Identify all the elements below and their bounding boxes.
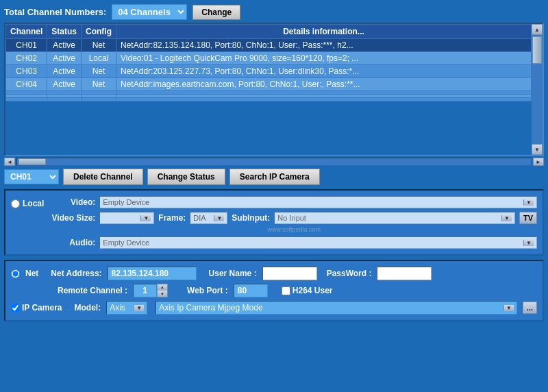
col-header-details: Details information... <box>116 25 532 39</box>
model-details-value: Axis Ip Camera Mjpeg Mode <box>159 303 262 313</box>
local-radio[interactable] <box>11 199 20 208</box>
table-row[interactable] <box>6 98 532 101</box>
ip-camera-label: IP Camera <box>22 303 62 313</box>
local-section: Local Video: Empty Device ▼ Video Size: … <box>4 189 544 256</box>
ip-camera-checkbox[interactable] <box>11 304 20 313</box>
video-size-value <box>103 214 105 222</box>
h264-checkbox[interactable] <box>282 286 290 295</box>
audio-combo[interactable]: Empty Device ▼ <box>99 236 537 249</box>
scroll-h-track[interactable] <box>16 158 532 166</box>
video-combo[interactable]: Empty Device ▼ <box>99 196 537 208</box>
spinner-arrows[interactable]: ▲ ▼ <box>157 284 168 297</box>
net-radio-label[interactable]: Net <box>25 269 38 278</box>
remote-channel-spinner[interactable]: ▲ ▼ <box>133 284 168 297</box>
audio-dropdown-arrow[interactable]: ▼ <box>523 240 534 246</box>
net-address-input[interactable] <box>108 267 197 280</box>
table-row[interactable]: CH02 Active Local Video:01 - Logitech Qu… <box>6 52 532 65</box>
subinput-arrow[interactable]: ▼ <box>501 215 512 221</box>
remote-channel-value[interactable] <box>133 284 157 297</box>
cell-channel: CH01 <box>6 39 47 52</box>
change-status-button[interactable]: Change Status <box>147 169 225 185</box>
model-arrow[interactable]: ▼ <box>134 305 144 311</box>
col-header-config: Config <box>82 25 116 39</box>
table-row[interactable]: CH03 Active Net NetAddr:203.125.227.73, … <box>6 65 532 78</box>
delete-channel-button[interactable]: Delete Channel <box>63 169 143 185</box>
main-container: Total Channel Numbers: 04 Channels Chang… <box>0 0 548 392</box>
net-address-row: Net Net Address: User Name : PassWord : <box>11 267 537 280</box>
web-port-input[interactable] <box>234 284 268 297</box>
video-size-arrow[interactable]: ▼ <box>140 215 151 221</box>
watermark: www.softpedia.com <box>51 226 537 233</box>
dots-button[interactable]: ... <box>523 302 537 314</box>
frame-combo[interactable]: DIA ▼ <box>190 212 227 224</box>
user-name-input[interactable] <box>262 267 317 280</box>
audio-value: Empty Device <box>103 238 149 247</box>
change-button[interactable]: Change <box>192 5 240 20</box>
scroll-h-thumb <box>18 158 46 165</box>
subinput-label: SubInput: <box>232 213 270 223</box>
model-details-arrow[interactable]: ▼ <box>503 305 514 311</box>
cell-config: Net <box>82 78 116 91</box>
ip-camera-row: IP Camera Model: Axis ▼ Axis Ip Camera M… <box>11 301 537 315</box>
subinput-combo[interactable]: No Input ▼ <box>274 212 515 224</box>
video-dropdown-arrow[interactable]: ▼ <box>523 199 534 206</box>
search-ip-camera-button[interactable]: Search IP Camera <box>229 169 320 185</box>
password-input[interactable] <box>377 267 432 280</box>
password-label: PassWord : <box>327 269 372 278</box>
scroll-down-arrow[interactable]: ▼ <box>532 144 543 155</box>
tv-button[interactable]: TV <box>519 212 537 224</box>
scroll-thumb[interactable] <box>532 36 542 64</box>
remote-channel-label: Remote Channel : <box>58 286 127 295</box>
col-header-channel: Channel <box>6 25 47 39</box>
user-name-label: User Name : <box>209 269 257 278</box>
spin-down-arrow[interactable]: ▼ <box>158 291 167 297</box>
cell-channel: CH03 <box>6 65 47 78</box>
frame-arrow[interactable]: ▼ <box>214 215 224 221</box>
total-channels-label: Total Channel Numbers: <box>4 7 106 17</box>
frame-label: Frame: <box>158 213 186 223</box>
cell-status: Active <box>47 52 82 65</box>
cell-config: Local <box>82 52 116 65</box>
video-size-combo[interactable]: ▼ <box>99 212 154 224</box>
h264-checkbox-label[interactable]: H264 User <box>282 286 333 295</box>
frame-value: DIA <box>193 214 206 222</box>
cell-details: NetAddr:82.135.124.180, Port:80, ChNo:1,… <box>116 39 532 52</box>
col-header-status: Status <box>47 25 82 39</box>
cell-config: Net <box>82 65 116 78</box>
top-bar: Total Channel Numbers: 04 Channels Chang… <box>4 4 544 20</box>
cell-channel: CH02 <box>6 52 47 65</box>
scroll-right-arrow[interactable]: ► <box>533 158 544 166</box>
net-radio[interactable] <box>11 269 20 278</box>
video-size-row: Video Size: ▼ Frame: DIA ▼ SubInput: No … <box>51 212 537 224</box>
cell-status: Active <box>47 39 82 52</box>
model-details-combo[interactable]: Axis Ip Camera Mjpeg Mode ▼ <box>155 301 517 315</box>
horizontal-scrollbar: ◄ ► <box>4 158 544 166</box>
video-size-label: Video Size: <box>51 213 95 223</box>
cell-status: Active <box>47 78 82 91</box>
cell-channel: CH04 <box>6 78 47 91</box>
subinput-value: No Input <box>277 214 306 222</box>
cell-details: NetAddr:203.125.227.73, Port:80, ChNo:1,… <box>116 65 532 78</box>
table-row[interactable]: CH04 Active Net NetAddr:images.earthcam.… <box>6 78 532 91</box>
h264-label: H264 User <box>292 286 333 295</box>
vertical-scrollbar[interactable]: ▲ ▼ <box>532 24 543 155</box>
net-section: Net Net Address: User Name : PassWord : … <box>4 260 544 321</box>
scroll-up-arrow[interactable]: ▲ <box>532 24 543 35</box>
table-row[interactable]: CH01 Active Net NetAddr:82.135.124.180, … <box>6 39 532 52</box>
spin-up-arrow[interactable]: ▲ <box>158 284 167 291</box>
audio-label: Audio: <box>51 238 95 247</box>
model-value: Axis <box>110 303 125 313</box>
scroll-left-arrow[interactable]: ◄ <box>4 158 15 166</box>
ip-camera-checkbox-label[interactable]: IP Camera <box>11 303 62 313</box>
channel-table: Channel Status Config Details informatio… <box>5 24 532 101</box>
model-combo[interactable]: Axis ▼ <box>106 301 147 315</box>
channel-select[interactable]: CH01 <box>4 169 59 184</box>
video-row: Video: Empty Device ▼ <box>51 196 537 208</box>
channel-table-wrapper: Channel Status Config Details informatio… <box>4 23 544 156</box>
web-port-label: Web Port : <box>187 286 228 295</box>
local-fields: Video: Empty Device ▼ Video Size: ▼ Fram… <box>51 196 537 249</box>
cell-details: NetAddr:images.earthcam.com, Port:80, Ch… <box>116 78 532 91</box>
local-radio-label[interactable]: Local <box>23 199 44 208</box>
total-channels-select[interactable]: 04 Channels <box>112 4 187 20</box>
net-address-label: Net Address: <box>51 269 101 278</box>
